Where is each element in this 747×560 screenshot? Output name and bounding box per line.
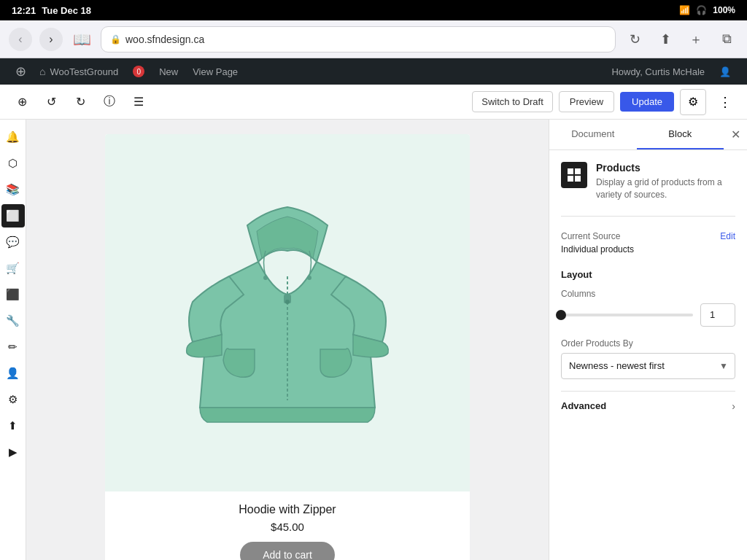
slider-thumb[interactable] [556,310,566,320]
columns-label: Columns [561,289,735,299]
sidebar-item-users[interactable]: 👤 [1,362,25,385]
battery-indicator: 100% [713,5,735,15]
svg-point-3 [263,276,268,280]
new-tab-button[interactable]: ＋ [684,28,708,51]
order-by-select-wrapper: Newness - newest first Price - low to hi… [561,353,735,379]
svg-rect-7 [568,176,573,182]
sidebar-item-patterns[interactable]: ⬡ [1,152,25,175]
panel-body: Products Display a grid of products from… [549,150,747,560]
current-source-label: Current Source [561,231,620,241]
url-bar[interactable]: 🔒 woo.sfndesign.ca [101,26,616,52]
add-to-cart-button[interactable]: Add to cart [240,542,335,560]
site-name: WooTestGround [50,66,118,77]
status-bar: 12:21 Tue Dec 18 📶 🎧 100% [0,0,747,20]
date: Tue Dec 18 [42,5,91,16]
sidebar-item-tools[interactable]: 🔧 [1,309,25,332]
main-layout: 🔔 ⬡ 📚 ⬜ 💬 🛒 ⬛ 🔧 ✏ 👤 ⚙ ⬆ ▶ [0,120,747,560]
block-info: Products Display a grid of products from… [561,162,735,217]
panel-close-button[interactable]: ✕ [724,123,747,147]
sidebar-item-notifications[interactable]: 🔔 [1,125,25,149]
browser-bar: ‹ › 📖 🔒 woo.sfndesign.ca ↻ ⬆ ＋ ⧉ [0,20,747,58]
block-description: Display a grid of products from a variet… [596,176,735,201]
block-info-button[interactable]: ⓘ [96,89,123,115]
products-block-icon [567,168,581,182]
order-by-label: Order Products By [561,338,735,349]
columns-number-input[interactable] [700,303,735,327]
sidebar-item-settings[interactable]: ⚙ [1,388,25,411]
notification-badge: 0 [133,66,144,77]
sidebar-item-design[interactable]: ✏ [1,335,25,359]
canvas-content: Hoodie with Zipper $45.00 Add to cart [105,134,470,545]
svg-rect-6 [575,168,581,174]
notifications-button[interactable]: 0 [125,58,152,85]
url-text: woo.sfndesign.ca [125,34,204,45]
headphones-icon: 🎧 [696,5,707,15]
advanced-label: Advanced [561,400,606,411]
individual-products-text: Individual products [561,244,735,254]
view-page-label: View Page [193,66,238,77]
home-button[interactable]: ⌂ WooTestGround [32,58,125,85]
redo-button[interactable]: ↻ [67,89,93,115]
hoodie-svg [171,174,404,451]
order-by-select[interactable]: Newness - newest first Price - low to hi… [561,353,735,379]
left-sidebar: 🔔 ⬡ 📚 ⬜ 💬 🛒 ⬛ 🔧 ✏ 👤 ⚙ ⬆ ▶ [0,120,26,560]
more-options-button[interactable]: ⋮ [712,89,738,115]
sidebar-item-play[interactable]: ▶ [1,440,25,464]
share-button[interactable]: ⬆ [654,28,677,51]
undo-button[interactable]: ↺ [38,89,64,115]
right-panel: Document Block ✕ Products Display a grid [549,120,747,560]
add-block-button[interactable]: ⊕ [9,89,35,115]
reload-button[interactable]: ↻ [623,28,646,51]
sidebar-item-media[interactable]: 📚 [1,178,25,201]
new-content-button[interactable]: New [152,58,185,85]
product-image [105,134,470,491]
user-greeting: Howdy, Curtis McHale [604,66,712,77]
editor-toolbar: ⊕ ↺ ↻ ⓘ ☰ Switch to Draft Preview Update… [0,85,747,120]
switch-to-draft-button[interactable]: Switch to Draft [472,91,553,112]
svg-rect-8 [575,176,581,182]
sidebar-item-box[interactable]: ⬛ [1,283,25,306]
product-name: Hoodie with Zipper [117,503,458,516]
list-view-button[interactable]: ☰ [125,89,152,115]
advanced-section[interactable]: Advanced › [561,391,735,421]
columns-control [561,303,735,327]
user-avatar[interactable]: 👤 [712,58,738,85]
document-tab[interactable]: Document [549,120,637,149]
canvas-area[interactable]: Hoodie with Zipper $45.00 Add to cart [26,120,549,560]
tabs-button[interactable]: ⧉ [715,28,738,51]
wp-logo[interactable]: ⊕ [9,60,32,83]
lock-icon: 🔒 [110,34,121,44]
panel-tabs: Document Block ✕ [549,120,747,150]
forward-button[interactable]: › [39,28,63,51]
sidebar-item-woocommerce[interactable]: 🛒 [1,257,25,280]
time: 12:21 [12,5,36,16]
preview-button[interactable]: Preview [559,91,614,112]
chevron-down-icon: › [732,400,735,412]
sidebar-item-blocks[interactable]: ⬜ [1,204,25,228]
block-title: Products [596,162,735,174]
new-label: New [159,66,178,77]
block-tab[interactable]: Block [637,120,724,149]
wp-admin-bar: ⊕ ⌂ WooTestGround 0 New View Page Howdy,… [0,58,747,85]
sidebar-item-import[interactable]: ⬆ [1,414,25,438]
svg-rect-5 [568,168,573,174]
block-icon [561,162,587,188]
columns-slider[interactable] [561,314,693,316]
product-info: Hoodie with Zipper $45.00 Add to cart [105,491,470,560]
sidebar-item-comments[interactable]: 💬 [1,230,25,254]
back-button[interactable]: ‹ [9,28,32,51]
product-card: Hoodie with Zipper $45.00 Add to cart [105,134,470,560]
edit-source-link[interactable]: Edit [720,231,735,241]
status-bar-right: 📶 🎧 100% [679,5,735,15]
svg-point-4 [307,276,311,280]
update-button[interactable]: Update [620,92,674,112]
product-price: $45.00 [117,521,458,533]
order-by-group: Order Products By Newness - newest first… [561,338,735,379]
toolbar-right: Switch to Draft Preview Update ⚙ ⋮ [472,89,738,115]
block-details: Products Display a grid of products from… [596,162,735,201]
svg-point-2 [285,300,290,304]
view-page-button[interactable]: View Page [185,58,245,85]
bookmarks-button[interactable]: 📖 [70,28,93,51]
settings-button[interactable]: ⚙ [680,89,706,115]
current-source-row: Current Source Edit [561,231,735,241]
